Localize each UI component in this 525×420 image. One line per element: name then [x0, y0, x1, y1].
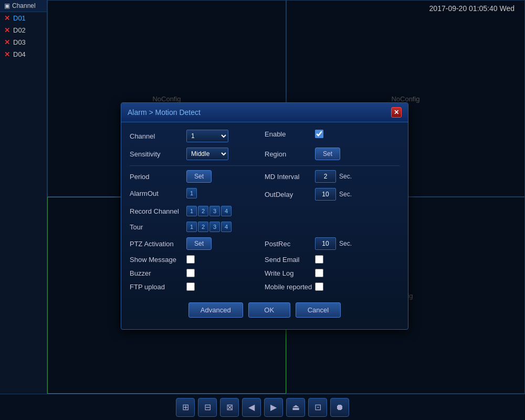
postrec-col: PostRec Sec.	[265, 237, 400, 250]
md-interval-label: MD Interval	[265, 173, 312, 181]
record-ch-2[interactable]: 2	[198, 206, 208, 216]
record-ch-1[interactable]: 1	[186, 206, 197, 216]
write-log-checkbox[interactable]	[315, 269, 323, 277]
mobile-reported-checkbox[interactable]	[315, 282, 323, 291]
dialog-overlay: Alarm > Motion Detect ✕ Channel 1 Enable	[0, 0, 525, 420]
sensitivity-select[interactable]: Low Middle High	[186, 148, 228, 160]
record-ch-3[interactable]: 3	[209, 206, 220, 216]
postrec-input[interactable]	[315, 237, 336, 250]
mobile-col: Mobile reported	[265, 282, 400, 291]
motion-detect-dialog: Alarm > Motion Detect ✕ Channel 1 Enable	[121, 102, 408, 330]
record-channel-row: Record Channel 1 2 3 4	[130, 206, 400, 216]
buzzer-writelog-row: Buzzer Write Log	[130, 269, 400, 277]
showmsg-col: Show Message	[130, 255, 265, 264]
period-col: Period Set	[130, 170, 265, 183]
writelog-col: Write Log	[265, 269, 400, 277]
tour-row: Tour 1 2 3 4	[130, 222, 400, 232]
dialog-close-button[interactable]: ✕	[391, 107, 402, 118]
outdelay-input[interactable]	[315, 188, 336, 201]
ftp-mobile-row: FTP upload Mobile reported	[130, 282, 400, 291]
tour-ch-3[interactable]: 3	[209, 222, 220, 232]
send-email-label: Send Email	[265, 256, 312, 264]
dialog-footer: Advanced OK Cancel	[130, 296, 400, 322]
md-interval-col: MD Interval Sec.	[265, 170, 400, 183]
record-channel-boxes: 1 2 3 4	[186, 206, 232, 216]
dialog-title: Alarm > Motion Detect	[128, 108, 201, 117]
period-set-button[interactable]: Set	[186, 170, 212, 183]
ptz-label: PTZ Activation	[130, 240, 182, 248]
alarmout-label: AlarmOut	[130, 190, 182, 197]
region-label: Region	[265, 150, 312, 158]
separator-1	[130, 165, 400, 166]
tour-ch-2[interactable]: 2	[198, 222, 208, 232]
tour-ch-1[interactable]: 1	[186, 222, 197, 232]
postrec-unit: Sec.	[339, 240, 352, 247]
dialog-title-bar: Alarm > Motion Detect ✕	[121, 103, 408, 122]
ftp-label: FTP upload	[130, 283, 182, 291]
enable-checkbox[interactable]	[315, 130, 323, 138]
ftp-col: FTP upload	[130, 282, 265, 291]
write-log-label: Write Log	[265, 269, 312, 277]
sensitivity-label: Sensitivity	[130, 150, 182, 158]
record-channel-label: Record Channel	[130, 207, 182, 215]
showmsg-email-row: Show Message Send Email	[130, 255, 400, 264]
alarmout-col: AlarmOut 1	[130, 188, 265, 198]
tour-col: Tour 1 2 3 4	[130, 222, 265, 232]
ftp-checkbox[interactable]	[186, 282, 195, 291]
tour-label: Tour	[130, 223, 182, 231]
mobile-reported-label: Mobile reported	[265, 283, 312, 291]
show-message-checkbox[interactable]	[186, 255, 195, 264]
ptz-postrec-row: PTZ Activation Set PostRec Sec.	[130, 237, 400, 250]
advanced-button[interactable]: Advanced	[188, 302, 243, 318]
sensitivity-region-row: Sensitivity Low Middle High Region Set	[130, 148, 400, 160]
record-ch-4[interactable]: 4	[221, 206, 232, 216]
ptz-set-button[interactable]: Set	[186, 237, 212, 250]
period-md-row: Period Set MD Interval Sec.	[130, 170, 400, 183]
outdelay-col: OutDelay Sec.	[265, 188, 400, 201]
buzzer-checkbox[interactable]	[186, 269, 195, 277]
alarmout-outdelay-row: AlarmOut 1 OutDelay Sec.	[130, 188, 400, 201]
enable-label: Enable	[265, 130, 312, 138]
buzzer-col: Buzzer	[130, 269, 265, 277]
cancel-button[interactable]: Cancel	[296, 302, 341, 318]
period-label: Period	[130, 173, 182, 181]
email-col: Send Email	[265, 255, 400, 264]
region-col: Region Set	[265, 148, 400, 160]
enable-col: Enable	[265, 130, 400, 138]
channel-enable-row: Channel 1 Enable	[130, 130, 400, 142]
buzzer-label: Buzzer	[130, 269, 182, 277]
outdelay-label: OutDelay	[265, 191, 312, 198]
sensitivity-col: Sensitivity Low Middle High	[130, 148, 265, 160]
ok-button[interactable]: OK	[248, 302, 290, 318]
tour-ch-4[interactable]: 4	[221, 222, 232, 232]
ptz-col: PTZ Activation Set	[130, 237, 265, 250]
dialog-body: Channel 1 Enable Sensitivity Low Middle	[121, 122, 408, 329]
send-email-checkbox[interactable]	[315, 255, 323, 264]
md-interval-input[interactable]	[315, 170, 336, 183]
record-channel-col: Record Channel 1 2 3 4	[130, 206, 265, 216]
show-message-label: Show Message	[130, 256, 182, 264]
outdelay-unit: Sec.	[339, 191, 352, 198]
md-interval-unit: Sec.	[339, 173, 352, 180]
tour-channel-boxes: 1 2 3 4	[186, 222, 232, 232]
alarmout-box[interactable]: 1	[186, 188, 197, 198]
channel-col: Channel 1	[130, 130, 265, 142]
postrec-label: PostRec	[265, 240, 312, 248]
region-set-button[interactable]: Set	[315, 148, 340, 160]
channel-label: Channel	[130, 132, 182, 140]
channel-select[interactable]: 1	[186, 130, 228, 142]
